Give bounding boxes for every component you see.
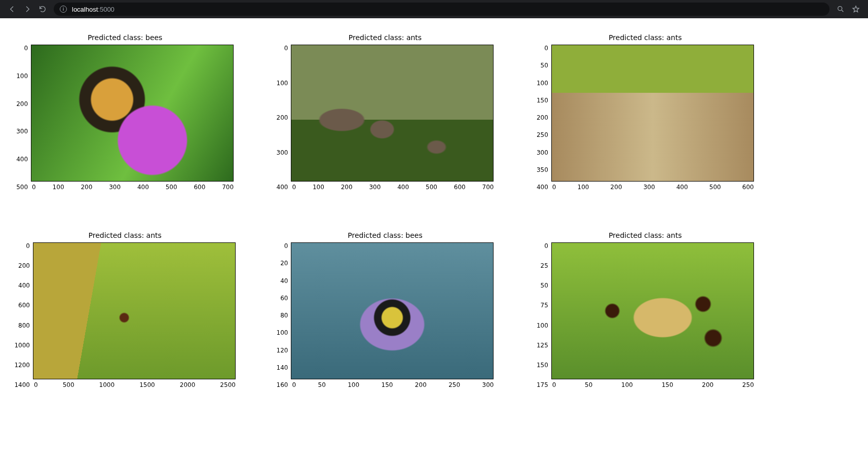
y-tick: 1200: [14, 362, 30, 369]
y-tick: 400: [16, 156, 28, 163]
x-tick: 400: [137, 184, 149, 191]
x-tick: 50: [585, 381, 592, 388]
y-axis: 0255075100125150175: [537, 242, 551, 388]
x-tick: 500: [166, 184, 177, 191]
y-axis: 0100200300400500: [16, 45, 31, 191]
bookmark-star-icon[interactable]: [852, 5, 860, 13]
x-axis: 0100200300400500600700: [31, 182, 234, 191]
y-tick: 400: [537, 184, 548, 191]
plot-2: Predicted class: ants0501001502002503003…: [525, 33, 765, 191]
y-tick: 100: [277, 80, 288, 87]
x-axis: 0100200300400500600: [551, 182, 754, 191]
browser-toolbar: i localhost:5000: [0, 0, 868, 18]
y-tick: 50: [541, 282, 548, 289]
y-tick: 50: [541, 62, 548, 69]
back-button[interactable]: [8, 5, 16, 13]
x-tick: 2500: [220, 381, 236, 388]
y-tick: 0: [26, 242, 30, 250]
image-frame: [31, 45, 234, 182]
x-tick: 300: [644, 184, 655, 191]
y-tick: 100: [537, 80, 548, 87]
x-tick: 500: [63, 381, 74, 388]
x-tick: 100: [53, 184, 64, 191]
toolbar-right: [834, 5, 863, 13]
y-tick: 300: [16, 128, 28, 135]
y-tick: 250: [537, 131, 548, 138]
image: [33, 243, 235, 379]
x-tick: 1500: [139, 381, 155, 388]
y-tick: 20: [280, 260, 288, 267]
address-bar[interactable]: i localhost:5000: [54, 3, 829, 16]
image-frame: [291, 242, 494, 379]
x-tick: 100: [313, 184, 324, 191]
y-tick: 0: [284, 45, 288, 52]
y-tick: 100: [537, 322, 548, 329]
plot-title: Predicted class: ants: [349, 33, 422, 42]
plot-body: 020406080100120140160050100150200250300: [277, 242, 494, 388]
x-tick: 100: [578, 184, 589, 191]
page-content: Predicted class: bees0100200300400500010…: [0, 18, 868, 419]
x-tick: 400: [676, 184, 688, 191]
y-tick: 400: [18, 282, 30, 289]
y-axis: 0100200300400: [277, 45, 291, 191]
y-axis: 0200400600800100012001400: [14, 242, 33, 388]
plot-axes-frame: 0100200300400500600700: [31, 45, 234, 191]
x-tick: 50: [318, 381, 326, 388]
y-tick: 175: [537, 381, 548, 388]
plot-body: 0501001502002503003504000100200300400500…: [537, 45, 754, 191]
x-tick: 0: [552, 381, 556, 388]
y-axis: 020406080100120140160: [277, 242, 291, 388]
plot-1: Predicted class: ants0100200300400010020…: [265, 33, 505, 191]
x-axis: 0100200300400500600700: [291, 182, 494, 191]
x-tick: 300: [109, 184, 121, 191]
y-tick: 1000: [14, 342, 30, 349]
forward-button[interactable]: [23, 5, 31, 13]
x-tick: 100: [621, 381, 633, 388]
x-tick: 250: [448, 381, 460, 388]
y-tick: 60: [280, 295, 288, 302]
plot-body: 0255075100125150175050100150200250: [537, 242, 754, 388]
plot-4: Predicted class: bees0204060801001201401…: [265, 231, 505, 388]
plot-axes-frame: 0100200300400500600: [551, 45, 754, 191]
x-tick: 600: [454, 184, 466, 191]
plot-axes-frame: 050100150200250300: [291, 242, 494, 388]
y-tick: 300: [277, 149, 288, 156]
image-frame: [33, 242, 236, 379]
x-tick: 0: [292, 184, 296, 191]
x-tick: 0: [32, 184, 36, 191]
nav-buttons: [5, 5, 50, 13]
y-tick: 120: [277, 347, 288, 354]
y-tick: 800: [18, 322, 30, 329]
plot-title: Predicted class: ants: [89, 231, 162, 239]
x-tick: 250: [742, 381, 754, 388]
x-tick: 600: [742, 184, 754, 191]
plot-axes-frame: 0100200300400500600700: [291, 45, 494, 191]
plot-axes-frame: 05001000150020002500: [33, 242, 236, 388]
plot-0: Predicted class: bees0100200300400500010…: [5, 33, 245, 191]
plot-title: Predicted class: ants: [609, 231, 682, 239]
x-tick: 600: [194, 184, 205, 191]
plot-title: Predicted class: bees: [348, 231, 423, 239]
x-tick: 100: [348, 381, 359, 388]
image: [291, 243, 493, 379]
y-tick: 300: [537, 149, 548, 156]
zoom-icon[interactable]: [837, 5, 845, 13]
y-tick: 0: [544, 45, 548, 52]
reload-button[interactable]: [39, 5, 47, 13]
x-tick: 300: [369, 184, 381, 191]
url-host: localhost: [72, 6, 98, 13]
x-tick: 500: [709, 184, 721, 191]
x-tick: 200: [341, 184, 353, 191]
y-tick: 200: [18, 262, 30, 269]
y-tick: 200: [277, 114, 288, 121]
x-axis: 05001000150020002500: [33, 379, 236, 388]
plot-title: Predicted class: ants: [609, 33, 682, 42]
site-info-icon[interactable]: i: [60, 6, 67, 13]
x-tick: 700: [482, 184, 494, 191]
x-tick: 700: [222, 184, 234, 191]
y-tick: 150: [537, 362, 548, 369]
y-tick: 125: [537, 342, 548, 349]
x-tick: 0: [552, 184, 556, 191]
image-frame: [291, 45, 494, 182]
image-frame: [551, 45, 754, 182]
